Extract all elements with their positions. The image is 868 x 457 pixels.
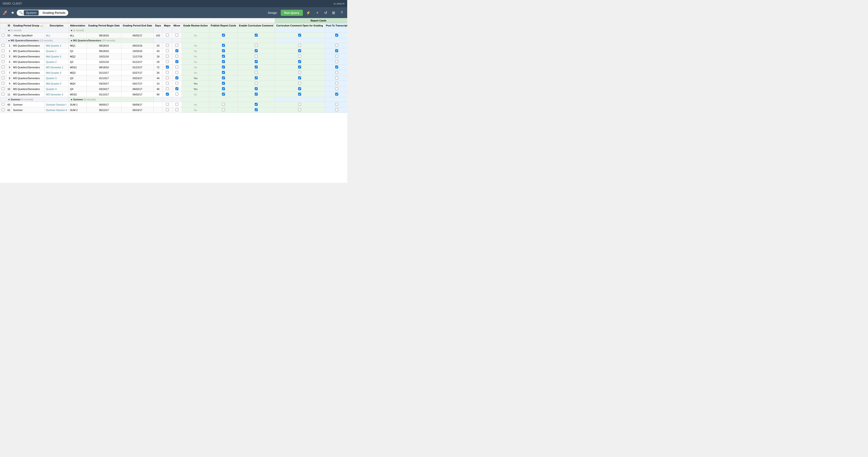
- select-cell[interactable]: [0, 65, 6, 70]
- minor-cell[interactable]: [172, 102, 182, 108]
- description-cell[interactable]: Summer Session I: [44, 102, 68, 108]
- select-cell[interactable]: [0, 102, 6, 108]
- enable-curriculum-cell[interactable]: [238, 33, 275, 38]
- publish-cell[interactable]: [209, 92, 238, 97]
- curriculum-open-cell[interactable]: [275, 70, 324, 75]
- row-select-checkbox[interactable]: [2, 71, 4, 74]
- post-transcript-cell[interactable]: [324, 33, 347, 38]
- major-cell[interactable]: [162, 43, 172, 49]
- enable-curriculum-cell[interactable]: [238, 65, 275, 70]
- minor-cell[interactable]: [172, 59, 182, 65]
- publish-cell[interactable]: [209, 33, 238, 38]
- select-cell[interactable]: [0, 108, 6, 113]
- description-link[interactable]: Mid Quarter 4: [46, 82, 61, 85]
- post-transcript-cell[interactable]: [324, 65, 347, 70]
- description-cell[interactable]: Quarter 3: [44, 75, 68, 81]
- select-cell[interactable]: [0, 49, 6, 54]
- post-transcript-cell[interactable]: [324, 59, 347, 65]
- enable-curriculum-cell[interactable]: [238, 54, 275, 59]
- description-link[interactable]: ALL: [46, 34, 51, 37]
- lightning-icon[interactable]: ⚡: [304, 10, 312, 16]
- history-icon[interactable]: ↺: [322, 10, 329, 16]
- row-select-checkbox[interactable]: [2, 65, 4, 68]
- minor-cell[interactable]: [172, 54, 182, 59]
- minor-cell[interactable]: [172, 43, 182, 49]
- major-cell[interactable]: [162, 33, 172, 38]
- minor-cell[interactable]: [172, 92, 182, 97]
- post-transcript-cell[interactable]: [324, 70, 347, 75]
- description-link[interactable]: Mid Quarter 3: [46, 71, 61, 74]
- major-cell[interactable]: [162, 59, 172, 65]
- select-cell[interactable]: [0, 33, 6, 38]
- description-link[interactable]: Mid Quarter 2: [46, 55, 61, 58]
- major-cell[interactable]: [162, 70, 172, 75]
- minor-cell[interactable]: [172, 70, 182, 75]
- publish-cell[interactable]: [209, 54, 238, 59]
- enable-curriculum-cell[interactable]: [238, 86, 275, 92]
- major-cell[interactable]: [162, 92, 172, 97]
- post-transcript-cell[interactable]: [324, 81, 347, 86]
- description-cell[interactable]: Mid Quarter 4: [44, 81, 68, 86]
- publish-cell[interactable]: [209, 81, 238, 86]
- add-icon[interactable]: ＋: [314, 9, 321, 16]
- enable-curriculum-cell[interactable]: [238, 81, 275, 86]
- description-cell[interactable]: Quarter 1: [44, 49, 68, 54]
- row-select-checkbox[interactable]: [2, 108, 4, 111]
- favorites-icon[interactable]: ★: [10, 9, 16, 16]
- enable-curriculum-cell[interactable]: [238, 108, 275, 113]
- description-cell[interactable]: Mid Quarter 1: [44, 43, 68, 49]
- curriculum-open-cell[interactable]: [275, 49, 324, 54]
- post-transcript-cell[interactable]: [324, 75, 347, 81]
- user-label[interactable]: vc.client ▾: [333, 2, 344, 5]
- minor-cell[interactable]: [172, 81, 182, 86]
- row-select-checkbox[interactable]: [2, 44, 4, 47]
- curriculum-open-cell[interactable]: [275, 59, 324, 65]
- description-cell[interactable]: Quarter 2: [44, 59, 68, 65]
- description-cell[interactable]: MS Semester 1: [44, 65, 68, 70]
- description-link[interactable]: Quarter 1: [46, 50, 57, 53]
- minor-cell[interactable]: [172, 33, 182, 38]
- grid-icon[interactable]: ⊞: [330, 10, 337, 16]
- description-cell[interactable]: Mid Quarter 2: [44, 54, 68, 59]
- description-link[interactable]: Mid Quarter 1: [46, 44, 61, 47]
- enable-curriculum-cell[interactable]: [238, 49, 275, 54]
- major-cell[interactable]: [162, 108, 172, 113]
- major-cell[interactable]: [162, 65, 172, 70]
- major-cell[interactable]: [162, 49, 172, 54]
- row-select-checkbox[interactable]: [2, 34, 4, 37]
- row-select-checkbox[interactable]: [2, 55, 4, 58]
- curriculum-open-cell[interactable]: [275, 81, 324, 86]
- minor-cell[interactable]: [172, 86, 182, 92]
- minor-cell[interactable]: [172, 49, 182, 54]
- post-transcript-cell[interactable]: [324, 54, 347, 59]
- publish-cell[interactable]: [209, 43, 238, 49]
- description-link[interactable]: Summer Session I: [46, 103, 66, 106]
- major-cell[interactable]: [162, 86, 172, 92]
- post-transcript-cell[interactable]: [324, 86, 347, 92]
- breadcrumb-system[interactable]: System: [24, 10, 39, 16]
- curriculum-open-cell[interactable]: [275, 86, 324, 92]
- major-cell[interactable]: [162, 81, 172, 86]
- enable-curriculum-cell[interactable]: [238, 102, 275, 108]
- major-cell[interactable]: [162, 75, 172, 81]
- publish-cell[interactable]: [209, 49, 238, 54]
- select-cell[interactable]: [0, 59, 6, 65]
- publish-cell[interactable]: [209, 108, 238, 113]
- select-cell[interactable]: [0, 92, 6, 97]
- description-cell[interactable]: Quarter 4: [44, 86, 68, 92]
- curriculum-open-cell[interactable]: [275, 75, 324, 81]
- post-transcript-cell[interactable]: [324, 92, 347, 97]
- curriculum-open-cell[interactable]: [275, 108, 324, 113]
- row-select-checkbox[interactable]: [2, 87, 4, 90]
- description-cell[interactable]: Mid Quarter 3: [44, 70, 68, 75]
- post-transcript-cell[interactable]: [324, 43, 347, 49]
- select-cell[interactable]: [0, 81, 6, 86]
- minor-cell[interactable]: [172, 75, 182, 81]
- description-link[interactable]: Quarter 3: [46, 77, 57, 80]
- row-select-checkbox[interactable]: [2, 77, 4, 79]
- row-select-checkbox[interactable]: [2, 93, 4, 96]
- enable-curriculum-cell[interactable]: [238, 59, 275, 65]
- row-select-checkbox[interactable]: [2, 82, 4, 85]
- curriculum-open-cell[interactable]: [275, 54, 324, 59]
- row-select-checkbox[interactable]: [2, 60, 4, 63]
